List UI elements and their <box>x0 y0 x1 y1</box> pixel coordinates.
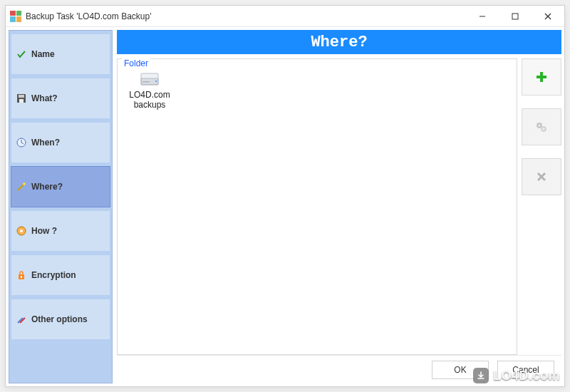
window-body: Name What? When? Where? <box>6 27 564 386</box>
svg-rect-5 <box>19 95 24 98</box>
remove-destination-button[interactable] <box>522 158 561 195</box>
plus-icon <box>535 71 548 83</box>
sidebar-item-name[interactable]: Name <box>11 33 110 75</box>
sidebar-item-label: Where? <box>31 182 63 192</box>
sidebar-item-other-options[interactable]: Other options <box>11 299 110 340</box>
minimize-icon <box>479 13 486 20</box>
sidebar-item-where[interactable]: Where? <box>11 166 110 207</box>
watermark: LO4D.com <box>473 368 560 383</box>
watermark-text: LO4D.com <box>493 368 560 383</box>
svg-point-13 <box>20 229 23 232</box>
sidebar-item-encryption[interactable]: Encryption <box>11 254 110 296</box>
check-icon <box>16 48 27 60</box>
content-row: Folder LO4D.com backups <box>117 54 561 355</box>
svg-rect-6 <box>19 99 24 103</box>
drive-icon <box>125 72 175 88</box>
svg-point-11 <box>23 182 26 185</box>
destination-label-line1: LO4D.com <box>125 90 175 100</box>
wizard-sidebar: Name What? When? Where? <box>9 30 113 383</box>
main-content: Where? Folder LO4D. <box>117 30 561 383</box>
download-icon <box>473 368 489 383</box>
page-title: Where? <box>117 30 561 54</box>
svg-rect-23 <box>537 76 546 78</box>
app-window: Backup Task 'LO4D.com Backup' Name <box>5 5 565 387</box>
sidebar-item-label: How ? <box>31 226 57 236</box>
sidebar-item-label: When? <box>31 138 60 148</box>
sidebar-item-how[interactable]: How ? <box>11 210 110 252</box>
close-icon <box>544 13 551 20</box>
svg-rect-19 <box>141 73 158 78</box>
window-title: Backup Task 'LO4D.com Backup' <box>26 11 466 21</box>
lock-icon <box>16 269 27 281</box>
folder-panel-legend: Folder <box>122 58 150 68</box>
close-icon <box>536 171 547 182</box>
titlebar: Backup Task 'LO4D.com Backup' <box>6 6 564 27</box>
maximize-button[interactable] <box>499 6 532 26</box>
minimize-button[interactable] <box>466 6 499 26</box>
maximize-icon <box>512 13 519 20</box>
svg-line-10 <box>18 185 24 190</box>
sidebar-item-when[interactable]: When? <box>11 122 110 163</box>
svg-rect-15 <box>21 276 22 278</box>
sidebar-item-label: Name <box>31 49 55 59</box>
svg-rect-1 <box>512 14 518 19</box>
tools-icon <box>16 314 27 325</box>
sidebar-item-label: Encryption <box>31 270 76 280</box>
action-column <box>522 58 561 355</box>
sidebar-item-label: Other options <box>31 314 88 324</box>
close-window-button[interactable] <box>532 6 564 26</box>
svg-point-25 <box>539 125 541 127</box>
app-icon <box>10 11 21 22</box>
gear-icon <box>534 120 549 134</box>
destination-label-line2: backups <box>125 100 175 110</box>
svg-rect-21 <box>142 81 150 83</box>
sidebar-item-what[interactable]: What? <box>11 78 110 119</box>
clock-icon <box>16 137 27 148</box>
svg-point-27 <box>543 128 545 130</box>
sidebar-item-label: What? <box>31 93 58 103</box>
add-destination-button[interactable] <box>522 58 561 96</box>
folder-panel: Folder LO4D.com backups <box>117 58 517 355</box>
configure-destination-button[interactable] <box>522 108 561 145</box>
wand-icon <box>16 181 27 192</box>
floppy-icon <box>16 93 27 104</box>
disc-icon <box>16 225 27 237</box>
window-controls <box>466 6 564 26</box>
svg-point-20 <box>155 81 157 83</box>
destination-item[interactable]: LO4D.com backups <box>125 72 175 110</box>
